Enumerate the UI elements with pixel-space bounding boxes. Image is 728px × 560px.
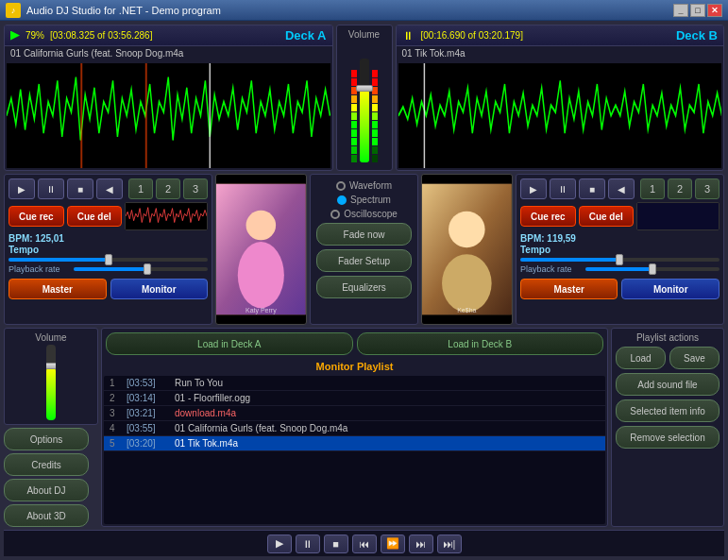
deck-b-cue-rec-btn[interactable]: Cue rec	[520, 206, 576, 227]
deck-a-tempo-thumb[interactable]	[105, 254, 112, 265]
playlist-load-btn[interactable]: Load	[616, 347, 666, 369]
waveform-radio[interactable]: Waveform	[336, 180, 392, 191]
add-sound-file-btn[interactable]: Add sound file	[616, 373, 720, 396]
bt-prev-btn[interactable]: ⏮	[352, 535, 377, 553]
deck-b-bpm: BPM: 119,59	[520, 233, 720, 244]
item-num: 2	[110, 393, 121, 403]
playlist-item[interactable]: 1[03:53]Run To You	[104, 376, 605, 391]
deck-b-bpm-info: BPM: 119,59 Tempo	[520, 233, 720, 255]
volume-fader-handle[interactable]	[356, 85, 373, 92]
deck-a-tempo-slider[interactable]	[8, 258, 208, 262]
deck-b-master-btn[interactable]: Master	[520, 279, 618, 299]
volume-fader-track[interactable]	[360, 59, 369, 162]
about-3d-btn[interactable]: About 3D	[4, 504, 89, 527]
playlist-title: Monitor Playlist	[102, 359, 607, 374]
deck-b-num1-btn[interactable]: 1	[640, 178, 665, 199]
playlist-save-btn[interactable]: Save	[669, 347, 720, 369]
deck-a-master-btn[interactable]: Master	[8, 279, 107, 299]
playlist-item[interactable]: 2[03:14]01 - Floorfiller.ogg	[104, 391, 605, 406]
deck-b-playback-slider[interactable]	[585, 267, 720, 271]
deck-b-waveform[interactable]	[398, 63, 722, 168]
volume-v-slider[interactable]	[46, 345, 56, 420]
deck-b-pause-btn[interactable]: ⏸	[550, 178, 576, 199]
bt-next-btn[interactable]: ⏭	[409, 535, 433, 553]
selected-item-info-btn[interactable]: Selected item info	[616, 399, 720, 422]
playlist-panel: Load in Deck A Load in Deck B Monitor Pl…	[101, 328, 608, 527]
load-deck-a-btn[interactable]: Load in Deck A	[106, 332, 353, 355]
item-time: [03:20]	[127, 438, 169, 449]
deck-a-cue-del-btn[interactable]: Cue del	[67, 206, 122, 227]
minimize-button[interactable]: _	[673, 4, 688, 17]
svg-rect-4	[398, 63, 722, 168]
playlist-item[interactable]: 3[03:21]download.m4a	[104, 406, 605, 421]
bt-play-btn[interactable]: ▶	[267, 535, 292, 553]
top-row: 79% [03:08.325 of 03:56.286] Deck A 01 C…	[4, 25, 724, 171]
item-time: [03:55]	[127, 423, 169, 433]
close-button[interactable]: ✕	[707, 4, 722, 17]
main-container: 79% [03:08.325 of 03:56.286] Deck A 01 C…	[0, 21, 728, 560]
load-deck-b-btn[interactable]: Load in Deck B	[357, 332, 604, 355]
deck-b-num2-btn[interactable]: 2	[668, 178, 692, 199]
vu-seg-r-red	[372, 70, 378, 77]
deck-a-waveform[interactable]: // Generate waveform bars inline via CSS…	[7, 63, 330, 168]
options-btn[interactable]: Options	[4, 428, 89, 450]
deck-b: ⏸ [00:16.690 of 03:20.179] Deck B 01 Tik…	[396, 25, 725, 171]
deck-a-playback-thumb[interactable]	[144, 263, 151, 275]
deck-b-cue-del-btn[interactable]: Cue del	[579, 206, 634, 227]
maximize-button[interactable]: □	[690, 4, 705, 17]
deck-a-master-monitor: Master Monitor	[8, 279, 208, 299]
vu-seg-green4	[351, 146, 357, 154]
oscilloscope-radio[interactable]: Oscilloscope	[330, 209, 398, 219]
deck-b-tempo-fill	[520, 258, 620, 262]
fader-setup-btn[interactable]: Fader Setup	[316, 249, 413, 272]
deck-b-tempo-slider[interactable]	[520, 258, 720, 262]
load-save-row: Load Save	[616, 347, 720, 369]
deck-a-cue-rec-btn[interactable]: Cue rec	[8, 206, 64, 227]
deck-b-playback-thumb[interactable]	[649, 263, 656, 275]
volume-fader-fill	[360, 90, 369, 162]
volume-v-handle[interactable]	[46, 363, 56, 369]
deck-b-tempo-thumb[interactable]	[616, 254, 623, 265]
deck-b-stop-btn[interactable]: ■	[579, 178, 605, 199]
deck-b-prev-btn[interactable]: ◀	[608, 178, 635, 199]
vu-seg-r-green5	[372, 155, 378, 162]
vu-seg-r-lime	[372, 112, 378, 120]
item-num: 5	[110, 438, 121, 449]
deck-a-playback-slider[interactable]	[74, 267, 208, 271]
item-name: download.m4a	[175, 408, 600, 418]
playlist-actions-label: Playlist actions	[616, 332, 720, 343]
deck-b-progress: [00:16.690 of 03:20.179]	[421, 30, 670, 41]
vu-seg-r-green3	[372, 138, 378, 145]
deck-b-play-btn[interactable]: ▶	[520, 178, 547, 199]
deck-a-pause-btn[interactable]: ⏸	[38, 178, 64, 199]
title-bar: ♪ Audio DJ Studio for .NET - Demo progra…	[0, 0, 728, 21]
deck-a-name: Deck A	[285, 28, 327, 42]
item-name: 01 - Floorfiller.ogg	[175, 393, 600, 403]
bt-pause-btn[interactable]: ⏸	[296, 535, 320, 553]
bt-stop-btn[interactable]: ■	[324, 535, 348, 553]
equalizers-btn[interactable]: Equalizers	[316, 276, 413, 298]
deck-a-play-btn[interactable]: ▶	[8, 178, 35, 199]
credits-btn[interactable]: Credits	[4, 453, 89, 476]
spectrum-radio[interactable]: Spectrum	[337, 195, 391, 205]
deck-a-num2-btn[interactable]: 2	[156, 178, 180, 199]
deck-a-num1-btn[interactable]: 1	[128, 178, 153, 199]
deck-a-num3-btn[interactable]: 3	[183, 178, 208, 199]
deck-b-monitor-btn[interactable]: Monitor	[621, 279, 720, 299]
title-bar-text: Audio DJ Studio for .NET - Demo program	[26, 5, 668, 16]
deck-b-playback-slider-row: Playback rate	[520, 264, 720, 274]
deck-a-stop-btn[interactable]: ■	[67, 178, 93, 199]
deck-a-monitor-btn[interactable]: Monitor	[110, 279, 209, 299]
fade-now-btn[interactable]: Fade now	[316, 223, 413, 246]
spectrum-label: Spectrum	[350, 195, 391, 205]
deck-a-prev-btn[interactable]: ◀	[96, 178, 123, 199]
deck-b-num3-btn[interactable]: 3	[695, 178, 720, 199]
playlist-list[interactable]: 1[03:53]Run To You2[03:14]01 - Floorfill…	[104, 376, 605, 524]
remove-selection-btn[interactable]: Remove selection	[616, 426, 720, 449]
playlist-item[interactable]: 4[03:55]01 California Gurls (feat. Snoop…	[104, 421, 605, 436]
bt-end-btn[interactable]: ⏭|	[437, 535, 462, 553]
about-dj-btn[interactable]: About DJ	[4, 479, 89, 501]
item-num: 3	[110, 408, 121, 418]
bt-ff-btn[interactable]: ⏩	[381, 535, 405, 553]
playlist-item[interactable]: 5[03:20]01 Tik Tok.m4a	[104, 436, 605, 451]
